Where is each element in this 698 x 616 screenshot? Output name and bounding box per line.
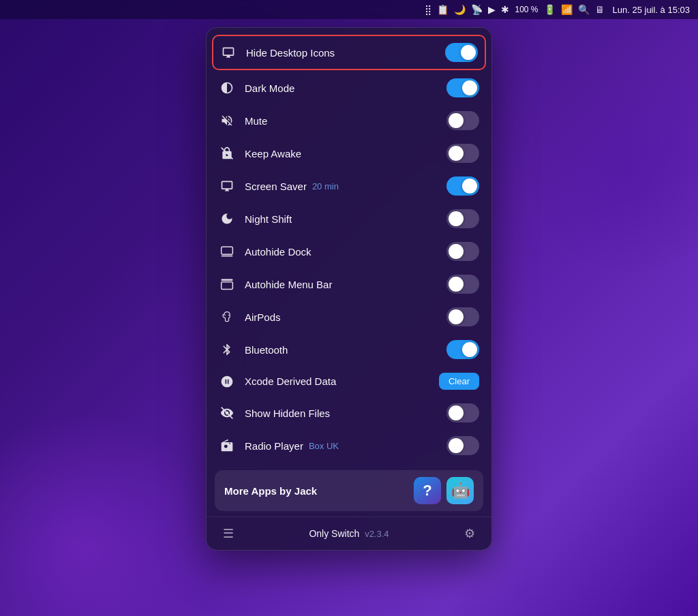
item-show-hidden-files-label: Show Hidden Files	[245, 407, 437, 419]
monitor-icon	[220, 44, 237, 61]
toggle-bluetooth[interactable]	[446, 340, 479, 359]
moon-icon: 🌙	[454, 4, 466, 15]
dock-icon	[219, 243, 235, 260]
battery-icon: 🔋	[544, 4, 556, 15]
item-night-shift[interactable]: Night Shift	[207, 202, 491, 235]
screen-saver-icon	[219, 178, 235, 194]
item-autohide-dock-label: Autohide Dock	[245, 246, 437, 258]
item-radio-player-label: Radio Player Box UK	[245, 440, 437, 452]
item-bluetooth-label: Bluetooth	[245, 344, 437, 356]
robot-app-icon[interactable]: 🤖	[446, 477, 474, 504]
dark-mode-icon	[219, 80, 235, 96]
more-apps-label: More Apps by Jack	[224, 485, 408, 497]
toggle-night-shift[interactable]	[446, 209, 479, 228]
menu-bar-icon	[219, 276, 235, 292]
menu-bottom-icon[interactable]: ☰	[219, 524, 238, 543]
toggle-knob	[449, 405, 464, 420]
app-title: Only Switch v2.3.4	[238, 528, 460, 539]
more-apps-section[interactable]: More Apps by Jack ? 🤖	[215, 470, 483, 511]
toggle-mute[interactable]	[446, 111, 479, 130]
toggle-screen-saver[interactable]	[446, 176, 479, 196]
question-mark: ?	[423, 482, 431, 499]
panel-arrow	[343, 27, 355, 29]
svg-rect-4	[222, 282, 233, 290]
toggle-show-hidden-files[interactable]	[446, 403, 479, 422]
toggle-autohide-dock[interactable]	[446, 242, 479, 261]
item-screen-saver-label: Screen Saver 20 min	[245, 181, 437, 192]
item-screen-saver[interactable]: Screen Saver 20 min	[207, 170, 491, 202]
keep-awake-icon	[219, 145, 235, 161]
radio-icon	[219, 437, 235, 454]
bluetooth-menu-icon: ✱	[501, 4, 509, 15]
item-hide-desktop-icons[interactable]: Hide Desktop Icons	[212, 35, 486, 70]
item-keep-awake[interactable]: Keep Awake	[207, 137, 491, 170]
toggle-hide-desktop-icons[interactable]	[445, 43, 478, 62]
toggle-knob	[449, 211, 464, 226]
hidden-files-icon	[219, 405, 235, 421]
toggle-airpods[interactable]	[446, 307, 479, 326]
item-mute[interactable]: Mute	[207, 104, 491, 137]
toggle-knob	[449, 438, 464, 453]
item-show-hidden-files[interactable]: Show Hidden Files	[207, 397, 491, 429]
toggle-knob	[449, 244, 464, 259]
item-dark-mode-label: Dark Mode	[245, 82, 437, 94]
toggle-radio-player[interactable]	[446, 436, 479, 455]
item-radio-player-sublabel: Box UK	[309, 441, 339, 451]
item-dark-mode[interactable]: Dark Mode	[207, 72, 491, 104]
play-icon: ▶	[488, 4, 496, 15]
item-xcode-derived-data-label: Xcode Derived Data	[245, 375, 429, 387]
toggle-knob	[449, 146, 464, 161]
toggle-knob	[449, 309, 464, 324]
item-radio-player[interactable]: Radio Player Box UK	[207, 429, 491, 462]
toggle-knob	[462, 80, 477, 95]
bottom-bar: ☰ Only Switch v2.3.4 ⚙	[207, 517, 491, 550]
items-list: Hide Desktop Icons Dark Mode	[207, 28, 491, 467]
item-autohide-menu-bar[interactable]: Autohide Menu Bar	[207, 268, 491, 301]
menu-bar-time: Lun. 25 juil. à 15:03	[613, 5, 690, 15]
toggle-knob	[461, 45, 476, 60]
controls-icon: ⣿	[425, 4, 431, 15]
toggle-autohide-menu-bar[interactable]	[446, 275, 479, 294]
toggle-dark-mode[interactable]	[446, 78, 479, 97]
clipboard-icon: 📋	[437, 4, 449, 15]
display-icon: 🖥	[595, 4, 605, 15]
item-night-shift-label: Night Shift	[245, 213, 437, 225]
bluetooth-icon	[219, 341, 235, 358]
clear-button[interactable]: Clear	[439, 373, 479, 390]
airpods-icon	[219, 309, 235, 325]
svg-point-5	[224, 315, 226, 316]
main-panel: Hide Desktop Icons Dark Mode	[206, 27, 492, 551]
menu-bar-icons: ⣿ 📋 🌙 📡 ▶ ✱ 100 % 🔋 📶 🔍 🖥 Lun. 25 juil. …	[425, 4, 690, 15]
item-mute-label: Mute	[245, 115, 437, 127]
wifi-icon: 📶	[561, 4, 573, 15]
robot-emoji: 🤖	[451, 482, 470, 499]
toggle-knob	[449, 113, 464, 128]
app-version: v2.3.4	[365, 529, 389, 539]
toggle-knob	[462, 342, 477, 357]
toggle-keep-awake[interactable]	[446, 144, 479, 163]
search-icon: 🔍	[578, 4, 590, 15]
svg-rect-2	[222, 256, 233, 257]
menu-bar: ⣿ 📋 🌙 📡 ▶ ✱ 100 % 🔋 📶 🔍 🖥 Lun. 25 juil. …	[0, 0, 698, 19]
item-autohide-menu-bar-label: Autohide Menu Bar	[245, 279, 437, 290]
battery-text: 100 %	[515, 5, 538, 14]
svg-point-6	[228, 315, 230, 316]
svg-rect-3	[222, 279, 233, 281]
item-screen-saver-sublabel: 20 min	[312, 181, 339, 191]
item-keep-awake-label: Keep Awake	[245, 148, 437, 159]
item-bluetooth[interactable]: Bluetooth	[207, 333, 491, 366]
xcode-icon	[219, 373, 235, 390]
item-xcode-derived-data[interactable]: Xcode Derived Data Clear	[207, 366, 491, 397]
toggle-knob	[449, 277, 464, 292]
item-hide-desktop-icons-label: Hide Desktop Icons	[246, 47, 436, 59]
svg-rect-1	[222, 247, 233, 254]
settings-icon[interactable]: ⚙	[460, 524, 479, 543]
mute-icon	[219, 112, 235, 129]
toggle-knob	[462, 179, 477, 194]
item-airpods-label: AirPods	[245, 311, 437, 323]
radar-icon: 📡	[471, 4, 483, 15]
night-shift-icon	[219, 211, 235, 227]
item-autohide-dock[interactable]: Autohide Dock	[207, 235, 491, 268]
item-airpods[interactable]: AirPods	[207, 301, 491, 333]
question-app-icon[interactable]: ?	[414, 477, 441, 504]
